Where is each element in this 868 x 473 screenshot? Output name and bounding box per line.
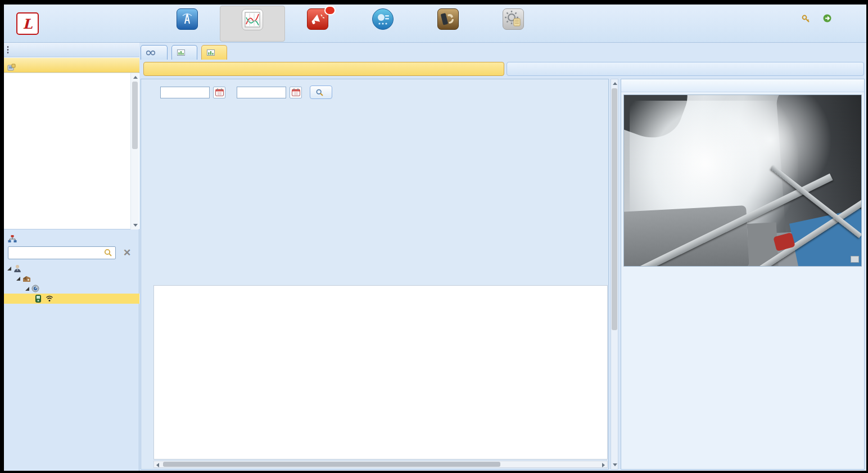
- subtab-flow-statistics[interactable]: [507, 62, 864, 76]
- content-vertical-scrollbar[interactable]: [611, 79, 618, 470]
- tree-node-plant[interactable]: [4, 263, 139, 273]
- tab-running-overview[interactable]: [141, 45, 168, 60]
- alarm-count-badge: [324, 6, 336, 15]
- tree-node-station[interactable]: [4, 273, 139, 283]
- snapshot-panel: [621, 79, 865, 470]
- tree-node-terminal-group[interactable]: [4, 283, 139, 294]
- meter-icon: [31, 285, 39, 292]
- flow-chart: [144, 115, 605, 268]
- photo-control-icon: [851, 256, 859, 263]
- table-horizontal-scrollbar[interactable]: [153, 461, 608, 468]
- logout-link[interactable]: [823, 14, 834, 22]
- function-list-scrollbar[interactable]: [130, 73, 139, 229]
- search-icon: [316, 89, 323, 96]
- tab-eco-discharge-curve[interactable]: [201, 45, 227, 60]
- end-date-input[interactable]: [237, 87, 286, 98]
- chart-icon: [207, 49, 215, 56]
- realtime-data-icon: [177, 8, 198, 30]
- key-icon: [802, 15, 810, 22]
- toolbar-remote-control[interactable]: [350, 6, 415, 42]
- query-button[interactable]: [310, 85, 332, 99]
- clear-search-button[interactable]: ✕: [120, 246, 134, 260]
- flow-line-marker-icon: [331, 274, 341, 276]
- unit-tree: [4, 263, 139, 304]
- running-data-group-header[interactable]: [4, 57, 139, 73]
- sub-tabbar: [143, 62, 864, 76]
- water-level-marker-icon: [369, 272, 376, 278]
- search-icon[interactable]: [104, 249, 112, 259]
- company-logo-icon: L: [16, 12, 39, 35]
- change-password-link[interactable]: [802, 15, 812, 22]
- logout-icon: [823, 14, 831, 22]
- station-icon: [22, 275, 31, 282]
- expand-arrow-icon[interactable]: [16, 277, 20, 281]
- tab-unit-power-level[interactable]: [171, 45, 197, 60]
- snapshot-photo: [623, 94, 862, 267]
- legend-flow[interactable]: [331, 274, 345, 276]
- unit-tree-panel-header: [4, 232, 139, 245]
- chart-icon: [177, 49, 185, 56]
- toolbar-system-config[interactable]: [481, 6, 546, 42]
- subtab-realtime-flow-curve[interactable]: [143, 62, 504, 76]
- app-header: L: [4, 4, 866, 43]
- tree-search-input[interactable]: [8, 246, 116, 259]
- snapshot-panel-header: [621, 79, 864, 92]
- grip-icon: [7, 46, 9, 55]
- signal-icon: [46, 295, 53, 302]
- tree-node-device[interactable]: [4, 294, 139, 304]
- toolbar-operation-management[interactable]: [415, 6, 481, 42]
- scroll-left-icon[interactable]: [156, 463, 159, 467]
- scrollbar-thumb[interactable]: [163, 462, 500, 467]
- toolbar-realtime-data[interactable]: [155, 6, 220, 42]
- start-date-input[interactable]: [160, 87, 210, 98]
- app-window: L: [4, 4, 866, 471]
- glasses-icon: [146, 50, 155, 56]
- system-config-icon: [503, 8, 524, 30]
- user-block: [802, 10, 834, 22]
- main-toolbar: [155, 6, 546, 42]
- chart-legend: [141, 272, 568, 278]
- sidebar-panel-header: [4, 43, 139, 57]
- function-list: [4, 73, 139, 229]
- end-date-calendar-icon[interactable]: [290, 87, 302, 98]
- flow-data-table-wrap: [153, 285, 608, 460]
- sidebar: ✕: [4, 43, 139, 471]
- curve-report-icon: [242, 9, 263, 30]
- scroll-down-icon[interactable]: [133, 224, 138, 227]
- expand-arrow-icon[interactable]: [25, 287, 29, 291]
- photo-stones: [623, 205, 749, 267]
- person-icon: [13, 264, 21, 273]
- start-date-calendar-icon[interactable]: [213, 87, 225, 98]
- legend-water-level[interactable]: [369, 272, 379, 278]
- content-panel: [141, 79, 609, 470]
- document-tabbar: [141, 45, 227, 61]
- expand-arrow-icon[interactable]: [7, 267, 11, 271]
- scrollbar-thumb[interactable]: [132, 82, 138, 149]
- query-bar: [157, 85, 343, 100]
- remote-control-icon: [372, 8, 394, 30]
- tree-search-row: ✕: [4, 245, 139, 261]
- scroll-right-icon[interactable]: [602, 463, 605, 467]
- scrollbar-thumb[interactable]: [612, 88, 617, 330]
- scroll-down-icon[interactable]: [613, 463, 617, 466]
- scroll-up-icon[interactable]: [133, 76, 138, 79]
- toolbar-curve-report[interactable]: [220, 6, 285, 42]
- operation-management-icon: [437, 8, 459, 30]
- terminal-icon: [35, 295, 41, 303]
- toolbar-event-alarm[interactable]: [285, 6, 350, 42]
- scroll-up-icon[interactable]: [613, 82, 617, 85]
